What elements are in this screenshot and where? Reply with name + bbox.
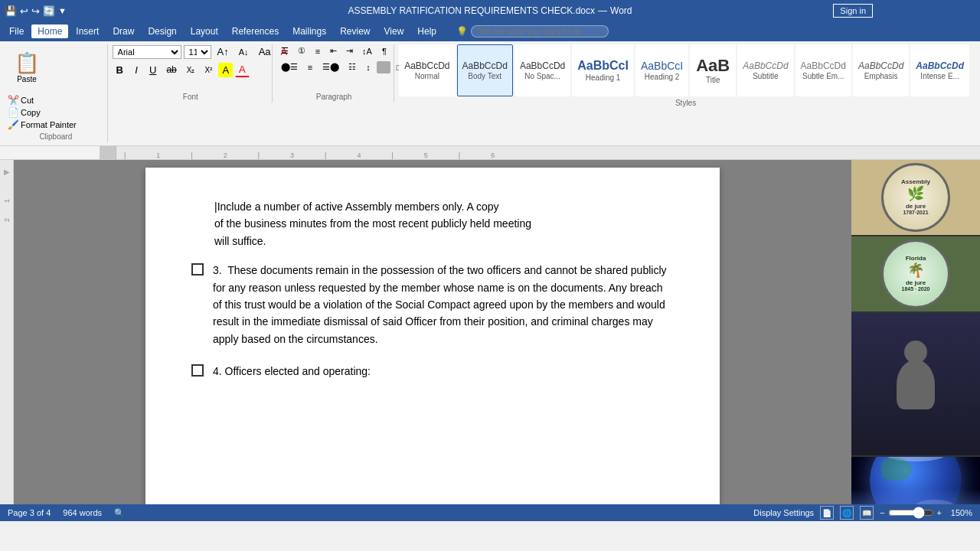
style-body-text[interactable]: AaBbCcDd Body Text — [457, 44, 513, 96]
checkbox-3[interactable] — [191, 263, 204, 276]
cut-button[interactable]: ✂️ Cut — [8, 95, 77, 106]
numbering-button[interactable]: ① — [294, 44, 309, 57]
checkbox-4[interactable] — [191, 364, 204, 377]
menu-review[interactable]: Review — [334, 24, 376, 38]
menu-file[interactable]: File — [3, 24, 30, 38]
style-title-preview: AaB — [696, 57, 730, 74]
document-area[interactable]: |Include a number of active Assembly mem… — [14, 160, 851, 504]
fold-indicator: ▶ — [4, 168, 10, 176]
refresh-icon[interactable]: 🔄 — [43, 5, 55, 17]
paragraph-label: Paragraph — [274, 93, 394, 101]
align-left-button[interactable]: ⬤☰ — [277, 60, 302, 73]
left-sidebar: ▶ 1 2 — [0, 160, 14, 504]
cut-label: Cut — [21, 96, 34, 105]
main-layout: ▶ 1 2 |Include a number of active Assemb… — [0, 160, 980, 504]
font-label: Font — [109, 93, 272, 101]
font-color-button[interactable]: A — [235, 62, 250, 77]
logo2-panel: Florida 🌴 de jure 1845 · 2020 — [851, 236, 980, 313]
page-info: Page 3 of 4 — [8, 508, 51, 517]
web-layout-button[interactable]: 🌐 — [840, 506, 854, 520]
style-title[interactable]: AaB Title — [690, 44, 736, 96]
zoom-out-button[interactable]: − — [880, 508, 884, 517]
style-no-spacing[interactable]: AaBbCcDd No Spac... — [514, 44, 570, 96]
styles-label: Styles — [396, 99, 975, 107]
bullets-button[interactable]: ☰ — [277, 44, 292, 57]
menu-view[interactable]: View — [378, 24, 410, 38]
underline-button[interactable]: U — [145, 63, 160, 77]
style-intense-em-label: Intense E... — [920, 72, 959, 80]
style-no-spacing-preview: AaBbCcDd — [520, 61, 565, 70]
style-emphasis-label: Emphasis — [864, 72, 898, 80]
change-case-button[interactable]: Aa — [255, 44, 275, 59]
menu-draw[interactable]: Draw — [106, 24, 140, 38]
format-painter-label: Format Painter — [21, 120, 77, 129]
style-intense-em[interactable]: AaBbCcDd Intense E... — [910, 44, 969, 96]
logo2-year-text: 1845 · 2020 — [902, 286, 930, 292]
display-settings[interactable]: Display Settings — [753, 508, 814, 517]
shading-button[interactable] — [377, 61, 390, 73]
paste-icon: 📋 — [15, 51, 39, 75]
subscript-button[interactable]: X₂ — [183, 64, 199, 76]
more-icon[interactable]: ▼ — [58, 6, 67, 15]
font-size-select[interactable]: 11 10 12 14 — [184, 45, 211, 59]
zoom-level[interactable]: 150% — [945, 508, 972, 517]
align-center-button[interactable]: ≡ — [303, 61, 317, 73]
strikethrough-button[interactable]: ab — [162, 63, 180, 77]
style-normal[interactable]: AaBbCcDd Normal — [399, 44, 455, 96]
copy-label: Copy — [21, 108, 41, 117]
style-heading2[interactable]: AaBbCcI Heading 2 — [635, 44, 688, 96]
menu-references[interactable]: References — [226, 24, 285, 38]
align-right-button[interactable]: ☰⬤ — [318, 60, 343, 73]
format-painter-button[interactable]: 🖌️ Format Painter — [8, 119, 77, 130]
increase-indent-button[interactable]: ⇥ — [342, 44, 357, 57]
superscript-button[interactable]: X² — [201, 64, 216, 76]
zoom-slider[interactable] — [888, 507, 934, 519]
line-spacing-button[interactable]: ↕ — [361, 61, 375, 73]
read-mode-button[interactable]: 📖 — [860, 506, 874, 520]
style-subtitle-label: Subtitle — [753, 72, 778, 80]
style-heading1[interactable]: AaBbCcI Heading 1 — [572, 44, 634, 96]
menu-mailings[interactable]: Mailings — [286, 24, 332, 38]
person-silhouette — [897, 360, 935, 409]
badge-logo-1: Assembly 🌿 de jure 1787·2021 — [881, 163, 950, 232]
decrease-indent-button[interactable]: ⇤ — [326, 44, 341, 57]
earth-glow — [851, 489, 980, 504]
copy-button[interactable]: 📄 Copy — [8, 107, 77, 118]
font-size-decrease-button[interactable]: A↓ — [235, 46, 253, 58]
sign-in-button[interactable]: Sign in — [833, 4, 873, 18]
undo-icon[interactable]: ↩ — [20, 5, 28, 17]
paste-button[interactable]: 📋 Paste — [8, 44, 46, 90]
italic-button[interactable]: I — [129, 63, 143, 77]
clipboard-label: Clipboard — [5, 132, 107, 141]
style-emphasis[interactable]: AaBbCcDd Emphasis — [853, 44, 909, 96]
show-marks-button[interactable]: ¶ — [377, 45, 391, 57]
proofing-indicator[interactable]: 🔍 — [114, 508, 125, 518]
text-highlight-button[interactable]: A — [218, 63, 233, 77]
menu-insert[interactable]: Insert — [70, 24, 105, 38]
redo-icon[interactable]: ↪ — [31, 5, 40, 17]
document-item-4: 4. Officers elected and operating: — [191, 363, 674, 380]
indent-text-block[interactable]: |Include a number of active Assembly mem… — [214, 198, 674, 249]
justify-button[interactable]: ☷ — [345, 60, 360, 73]
menu-layout[interactable]: Layout — [185, 24, 224, 38]
style-subtle-em[interactable]: AaBbCcDd Subtle Em... — [795, 44, 851, 96]
tell-me-input[interactable] — [471, 25, 609, 37]
menu-help[interactable]: Help — [411, 24, 443, 38]
style-title-label: Title — [706, 76, 720, 84]
window-title: ASSEMBLY RATIFICATION REQUIREMENTS CHECK… — [348, 5, 596, 16]
menu-home[interactable]: Home — [31, 24, 68, 38]
logo2-top-text: Florida — [902, 255, 930, 262]
zoom-in-button[interactable]: + — [937, 508, 942, 517]
logo1-year-text: 1787·2021 — [901, 210, 930, 216]
sort-button[interactable]: ↕A — [358, 45, 376, 57]
font-size-increase-button[interactable]: A↑ — [214, 44, 233, 59]
font-family-select[interactable]: Arial Times New Roman Calibri — [113, 45, 181, 59]
bold-button[interactable]: B — [113, 63, 127, 77]
style-subtitle[interactable]: AaBbCcDd Subtitle — [737, 44, 793, 96]
save-icon[interactable]: 💾 — [5, 5, 17, 17]
multilevel-button[interactable]: ≡ — [311, 45, 325, 57]
menu-design[interactable]: Design — [142, 24, 182, 38]
document-page[interactable]: |Include a number of active Assembly mem… — [145, 168, 720, 504]
style-intense-em-preview: AaBbCcDd — [916, 61, 964, 70]
print-layout-button[interactable]: 📄 — [820, 506, 834, 520]
